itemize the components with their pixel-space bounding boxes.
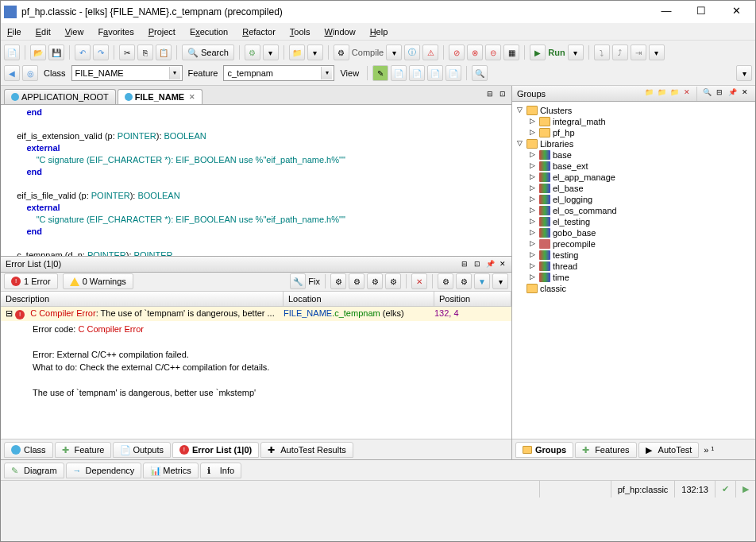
- err-tool-icon[interactable]: ⚙: [367, 273, 383, 289]
- tab-errorlist[interactable]: !Error List (1|0): [172, 442, 259, 458]
- err-nav-icon[interactable]: ⚙: [438, 273, 453, 289]
- class-combo[interactable]: FILE_NAME▾: [71, 65, 183, 81]
- menu-view[interactable]: View: [65, 27, 84, 37]
- save-icon[interactable]: 💾: [48, 45, 64, 60]
- step3-icon[interactable]: ⇥: [631, 45, 646, 60]
- error-row[interactable]: ⊟ ! C Compiler Error: The use of `tempna…: [1, 307, 511, 321]
- dropdown-icon[interactable]: ▾: [307, 45, 323, 60]
- grp-icon[interactable]: 📁: [643, 87, 654, 98]
- run-icon[interactable]: ▶: [530, 45, 546, 60]
- dropdown-icon[interactable]: ▾: [263, 45, 279, 60]
- warnings-tab[interactable]: 0 Warnings: [63, 273, 133, 289]
- stop-icon[interactable]: ⊘: [449, 45, 465, 60]
- run-label[interactable]: Run: [548, 48, 565, 57]
- menu-project[interactable]: Project: [148, 27, 176, 37]
- err-nav-icon[interactable]: ⚙: [456, 273, 472, 289]
- view2-icon[interactable]: 📄: [391, 65, 407, 81]
- info-icon[interactable]: ⓘ: [404, 45, 420, 60]
- paste-icon[interactable]: 📋: [156, 45, 172, 60]
- compile-label[interactable]: Compile: [352, 48, 384, 57]
- undo-icon[interactable]: ↶: [75, 45, 91, 60]
- errors-tab[interactable]: !1 Error: [4, 273, 58, 289]
- err-tool-icon[interactable]: ⚙: [330, 273, 346, 289]
- filter-icon[interactable]: ▼: [474, 273, 490, 289]
- tab-metrics[interactable]: 📊Metrics: [143, 463, 198, 478]
- menu-file[interactable]: FFileile: [7, 27, 21, 37]
- groups-tree[interactable]: ▽Clusters ▷integral_math ▷pf_hp ▽Librari…: [512, 102, 755, 439]
- open-icon[interactable]: 📂: [30, 45, 46, 60]
- config-icon[interactable]: ▦: [503, 45, 519, 60]
- folder-icon[interactable]: 📁: [289, 45, 305, 60]
- tab-groups[interactable]: Groups: [515, 442, 573, 458]
- tool-icon[interactable]: ⚙: [245, 45, 260, 60]
- restore-pane-icon[interactable]: ⊟: [459, 258, 470, 269]
- pin-icon[interactable]: 📌: [484, 258, 496, 269]
- close-icon[interactable]: ✕: [739, 87, 750, 98]
- view6-icon[interactable]: 🔍: [472, 65, 488, 81]
- close-pane-icon[interactable]: ✕: [497, 258, 508, 269]
- new-icon[interactable]: 📄: [4, 45, 20, 60]
- maximize-button[interactable]: ☐: [685, 4, 717, 20]
- search-icon[interactable]: 🔍: [701, 87, 712, 98]
- col-position[interactable]: Position: [434, 292, 511, 306]
- collapse-icon[interactable]: ⊟: [714, 87, 725, 98]
- tab-class[interactable]: Class: [4, 442, 53, 458]
- err-tool-icon[interactable]: ⚙: [349, 273, 364, 289]
- close-button[interactable]: ✕: [720, 4, 752, 20]
- delete-icon[interactable]: ✕: [411, 273, 427, 289]
- step2-icon[interactable]: ⤴: [612, 45, 628, 60]
- tab-autotest2[interactable]: ▶AutoTest: [638, 442, 700, 458]
- view1-icon[interactable]: ✎: [372, 65, 388, 81]
- grp-icon[interactable]: 📁: [656, 87, 667, 98]
- warn-icon[interactable]: ⚠: [422, 45, 438, 60]
- close-tab-icon[interactable]: ✕: [189, 93, 195, 101]
- view4-icon[interactable]: 📄: [427, 65, 443, 81]
- tab-autotest[interactable]: ✚AutoTest Results: [260, 442, 353, 458]
- view3-icon[interactable]: 📄: [409, 65, 425, 81]
- redo-icon[interactable]: ↷: [93, 45, 109, 60]
- menu-edit[interactable]: Edit: [36, 27, 51, 37]
- menu-help[interactable]: Help: [370, 27, 388, 37]
- minimize-pane-icon[interactable]: ⊟: [484, 88, 496, 99]
- step-icon[interactable]: ⤵: [594, 45, 610, 60]
- feature-combo[interactable]: c_tempnam▾: [223, 65, 334, 81]
- minimize-button[interactable]: —: [650, 4, 682, 20]
- search-button[interactable]: 🔍Search: [182, 45, 234, 60]
- compile-icon[interactable]: ⚙: [334, 45, 349, 60]
- target-icon[interactable]: ◎: [22, 65, 38, 81]
- cut-icon[interactable]: ✂: [119, 45, 135, 60]
- tab-diagram[interactable]: ✎Diagram: [4, 463, 64, 478]
- tab-outputs[interactable]: 📄Outputs: [113, 442, 171, 458]
- fix-button[interactable]: 🔧: [290, 273, 306, 289]
- maximize-pane-icon[interactable]: ⊡: [497, 88, 508, 99]
- stop2-icon[interactable]: ⊗: [467, 45, 483, 60]
- view5-icon[interactable]: 📄: [446, 65, 461, 81]
- menu-execution[interactable]: Execution: [190, 27, 228, 37]
- menu-window[interactable]: Window: [325, 27, 356, 37]
- max-pane-icon[interactable]: ⊡: [472, 258, 483, 269]
- overflow-icon[interactable]: ▾: [736, 65, 752, 81]
- more-icon[interactable]: ▾: [492, 273, 508, 289]
- copy-icon[interactable]: ⎘: [137, 45, 153, 60]
- menu-refactor[interactable]: Refactor: [242, 27, 276, 37]
- tab-features[interactable]: ✚Features: [575, 442, 636, 458]
- tab-info[interactable]: ℹInfo: [200, 463, 241, 478]
- grp-icon[interactable]: 📁: [669, 87, 680, 98]
- dropdown-icon[interactable]: ▾: [568, 45, 584, 60]
- err-tool-icon[interactable]: ⚙: [385, 273, 401, 289]
- dropdown-icon[interactable]: ▾: [649, 45, 665, 60]
- pin-icon[interactable]: 📌: [727, 87, 738, 98]
- back-icon[interactable]: ◀: [4, 65, 20, 81]
- dropdown-icon[interactable]: ▾: [386, 45, 402, 60]
- tab-dependency[interactable]: →Dependency: [66, 463, 142, 478]
- more-tabs[interactable]: » ¹: [704, 445, 714, 455]
- tab-application-root[interactable]: APPLICATION_ROOT: [4, 89, 116, 104]
- code-editor[interactable]: end eif_is_extension_valid (p: POINTER):…: [1, 105, 511, 257]
- stop3-icon[interactable]: ⊖: [485, 45, 501, 60]
- menu-favorites[interactable]: Favorites: [98, 27, 133, 37]
- tab-file-name[interactable]: FILE_NAME✕: [118, 89, 202, 104]
- menu-tools[interactable]: Tools: [290, 27, 310, 37]
- col-description[interactable]: Description: [1, 292, 284, 306]
- grp-del-icon[interactable]: ✕: [681, 87, 692, 98]
- tab-feature[interactable]: ✚Feature: [55, 442, 112, 458]
